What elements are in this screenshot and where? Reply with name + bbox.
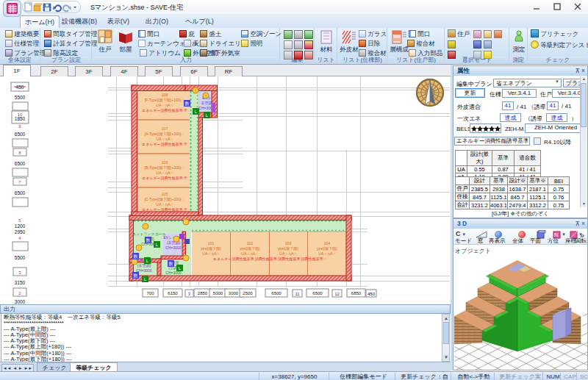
svg-text:9: 9 bbox=[18, 124, 21, 129]
svg-text:[F-Type](最下階(+100)：: [F-Type](最下階(+100)： bbox=[145, 98, 185, 103]
svg-text:▼: ▼ bbox=[562, 232, 566, 237]
svg-text:3150: 3150 bbox=[15, 280, 26, 285]
svg-text:ype](最下階(: ype](最下階( bbox=[240, 246, 260, 251]
svg-text:6500: 6500 bbox=[312, 291, 323, 295]
svg-text:2500: 2500 bbox=[243, 291, 253, 295]
svg-text:数: 数 bbox=[169, 262, 173, 266]
svg-text:エネルギー消費性能基準:※: エネルギー消費性能基準:※ bbox=[142, 176, 187, 181]
svg-text:4: 4 bbox=[18, 236, 21, 240]
svg-text:UA:○ ηA:○: UA:○ ηA:○ bbox=[202, 251, 219, 256]
svg-text:UA:○ ηA:○: UA:○ ηA:○ bbox=[318, 251, 335, 256]
svg-text:108: 108 bbox=[162, 93, 168, 97]
svg-text:103: 103 bbox=[285, 241, 292, 245]
svg-text:5500: 5500 bbox=[15, 95, 26, 100]
svg-text:5500: 5500 bbox=[15, 255, 26, 260]
svg-text:5: 5 bbox=[18, 218, 21, 223]
svg-text:11: 11 bbox=[295, 292, 300, 296]
svg-text:エネルギー消費性能基準:※: エネルギー消費性能基準:※ bbox=[142, 142, 187, 147]
svg-text:450: 450 bbox=[368, 292, 376, 296]
svg-text:105: 105 bbox=[162, 192, 168, 196]
svg-text:N: N bbox=[554, 232, 558, 237]
svg-text:ype](最下階(: ype](最下階( bbox=[201, 246, 221, 251]
svg-text:101: 101 bbox=[208, 241, 215, 245]
svg-text:[B-Type](最下階(+100)：: [B-Type](最下階(+100)： bbox=[145, 165, 185, 171]
svg-text:3000: 3000 bbox=[229, 291, 239, 295]
svg-text:6500: 6500 bbox=[271, 291, 282, 295]
svg-text:ype](最下階(: ype](最下階( bbox=[278, 246, 298, 251]
svg-text:数: 数 bbox=[146, 238, 151, 243]
svg-text:102: 102 bbox=[247, 241, 254, 245]
svg-text:6150: 6150 bbox=[168, 291, 178, 295]
svg-text:[A-Type](最下階(+100)：: [A-Type](最下階(+100)： bbox=[145, 132, 185, 137]
svg-text:UA:○ ηA:○: UA:○ ηA:○ bbox=[156, 103, 173, 107]
svg-text:3000: 3000 bbox=[15, 299, 26, 304]
svg-text:数: 数 bbox=[185, 101, 190, 106]
svg-text:12: 12 bbox=[334, 292, 340, 296]
svg-text:エネルギー消費性能基準:※: エネルギー消費性能基準:※ bbox=[142, 108, 187, 113]
svg-text:1200: 1200 bbox=[15, 223, 26, 229]
svg-text:ype](最下階(: ype](最下階( bbox=[317, 246, 337, 251]
svg-text:数: 数 bbox=[134, 254, 138, 259]
svg-text:UA:○ ηA:○: UA:○ ηA:○ bbox=[279, 251, 296, 256]
svg-text:6500: 6500 bbox=[15, 161, 26, 166]
svg-text:6500: 6500 bbox=[15, 132, 26, 137]
svg-text:[C-Type](最下階(+100)：: [C-Type](最下階(+100)： bbox=[144, 197, 184, 202]
svg-text:非空調: 非空調 bbox=[201, 101, 212, 105]
svg-text:エネルギー消費性能基準:消費性能基準:消費性能基準:消費性能: エネルギー消費性能基準:消費性能基準:消費性能基準:消費性能基準:○ bbox=[213, 257, 326, 262]
svg-text:1850: 1850 bbox=[15, 116, 26, 121]
svg-text:CH=3000: CH=3000 bbox=[165, 245, 181, 250]
svg-text:700: 700 bbox=[146, 291, 154, 295]
svg-text:6850: 6850 bbox=[351, 291, 362, 295]
svg-text:UA:○ ηA:○: UA:○ ηA:○ bbox=[156, 171, 173, 175]
svg-text:2950: 2950 bbox=[15, 229, 26, 234]
svg-text:数: 数 bbox=[134, 273, 138, 278]
svg-text:104: 104 bbox=[324, 241, 331, 245]
svg-text:106: 106 bbox=[162, 160, 168, 165]
svg-text:エントランスホール: エントランスホール bbox=[132, 232, 166, 236]
svg-text:5000: 5000 bbox=[213, 291, 223, 295]
svg-text:UA:○ ηA:○: UA:○ ηA:○ bbox=[156, 137, 173, 141]
svg-text:107: 107 bbox=[162, 126, 168, 131]
svg-text:UA:○ ηA:○: UA:○ ηA:○ bbox=[156, 202, 173, 207]
svg-text:UA:○ ηA:○: UA:○ ηA:○ bbox=[241, 251, 258, 256]
svg-text:エネルギー消費性能基準:※: エネルギー消費性能基準:※ bbox=[142, 207, 187, 212]
svg-text:6500: 6500 bbox=[15, 190, 26, 196]
svg-text:2850: 2850 bbox=[198, 291, 208, 295]
